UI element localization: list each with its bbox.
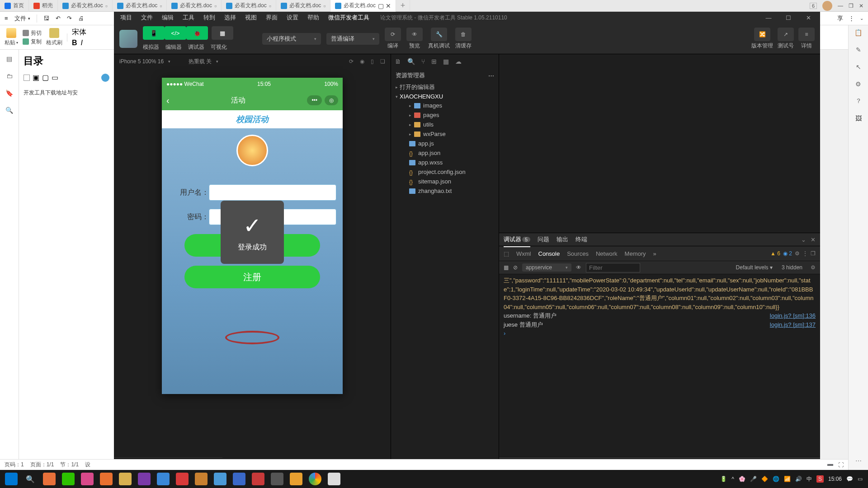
real-debug-button[interactable]: 🔧: [431, 28, 447, 41]
minus-icon[interactable]: ▭: [52, 73, 58, 82]
devtools-close-icon[interactable]: ✕: [798, 12, 818, 23]
split-icon[interactable]: ❏: [380, 58, 385, 65]
hot-reload-select[interactable]: 热重载 关: [189, 58, 212, 66]
collapse-icon[interactable]: ▢: [42, 73, 49, 82]
info-count[interactable]: ◉ 2: [783, 250, 792, 257]
folder-pages[interactable]: ▸pages: [391, 110, 499, 120]
open-editors-section[interactable]: ▸打开的编辑器: [391, 82, 499, 92]
cut-button[interactable]: 剪切: [23, 29, 42, 37]
menu-project[interactable]: 项目: [116, 14, 137, 22]
device-icon[interactable]: ▯: [371, 58, 374, 65]
console-prompt[interactable]: ›: [504, 329, 816, 338]
doc-view-icon[interactable]: ▤: [5, 54, 14, 63]
taskbar-app-2[interactable]: [78, 470, 97, 488]
edit-icon[interactable]: ✎: [854, 45, 863, 54]
details-button[interactable]: ≡: [798, 28, 815, 41]
phone-back-button[interactable]: ‹: [166, 95, 170, 106]
devtab-console[interactable]: Console: [538, 249, 560, 259]
bookmark-icon[interactable]: 🔖: [5, 89, 14, 98]
tab-home[interactable]: 首页: [0, 0, 29, 12]
more-icon[interactable]: ⋮: [849, 15, 854, 22]
maximize-icon[interactable]: ❐: [849, 3, 854, 9]
close-panel-icon[interactable]: ✕: [811, 236, 816, 243]
compile-button[interactable]: ⟳: [385, 28, 401, 41]
taskbar-app-6[interactable]: [173, 470, 192, 488]
tray-action-center-icon[interactable]: ▭: [858, 476, 863, 482]
register-button[interactable]: 注册: [184, 266, 320, 288]
redo-icon[interactable]: ↷: [67, 15, 72, 22]
menu-view[interactable]: 视图: [241, 14, 261, 22]
menu-goto[interactable]: 转到: [199, 14, 220, 22]
close-icon[interactable]: ✕: [859, 3, 863, 9]
filter-input[interactable]: [586, 263, 640, 272]
project-root[interactable]: ▾XIAOCHENGXU: [391, 92, 499, 101]
copy-button[interactable]: 复制: [23, 38, 42, 46]
share-label[interactable]: 享: [837, 14, 843, 23]
taskbar-app-4[interactable]: [135, 470, 154, 488]
taskbar-file-explorer-icon[interactable]: [116, 470, 135, 488]
eye-icon[interactable]: 👁: [576, 264, 581, 271]
mode-dropdown[interactable]: 小程序模式▾: [262, 33, 321, 45]
tab-terminal[interactable]: 终端: [576, 235, 587, 244]
tab-doc-6[interactable]: 必看文档.doc▢ ✕: [330, 0, 396, 12]
devtools-minimize-icon[interactable]: —: [759, 12, 778, 23]
preview-button[interactable]: 👁: [406, 28, 423, 41]
image-icon[interactable]: 🖼: [854, 114, 863, 123]
tray-volume-icon[interactable]: 🔊: [795, 476, 802, 482]
tab-add[interactable]: +: [396, 0, 410, 12]
editor-toggle[interactable]: </>: [165, 26, 186, 40]
font-select[interactable]: 宋体: [72, 28, 86, 37]
taskbar-app-11[interactable]: [287, 470, 306, 488]
tray-lang[interactable]: 中: [807, 475, 812, 483]
explorer-files-icon[interactable]: 🗎: [395, 58, 401, 65]
file-project-config[interactable]: {}project.config.json: [391, 167, 499, 177]
folder-images[interactable]: ▸images: [391, 101, 499, 110]
taskbar-app-1[interactable]: [40, 470, 59, 488]
taskbar-search-icon[interactable]: 🔍: [21, 470, 40, 488]
phone-close-capsule[interactable]: ◎: [325, 95, 338, 105]
taskbar-app-7[interactable]: [192, 470, 211, 488]
chevron-down-icon[interactable]: ⌄: [860, 16, 863, 21]
menu-settings[interactable]: 设置: [282, 14, 303, 22]
test-number-button[interactable]: ↗: [778, 28, 794, 41]
italic-button[interactable]: I: [81, 39, 83, 47]
debugger-toggle[interactable]: 🐞: [186, 26, 208, 40]
folder-icon[interactable]: 🗀: [5, 71, 14, 80]
tray-battery-icon[interactable]: 🔋: [720, 476, 727, 482]
user-avatar-icon[interactable]: [822, 1, 832, 11]
console-gear-icon[interactable]: ⚙: [811, 264, 816, 271]
expand-icon[interactable]: ▣: [33, 73, 39, 82]
explorer-git-icon[interactable]: ⑂: [421, 58, 425, 65]
tab-doc-5[interactable]: 必看文档.doc▫: [276, 0, 331, 12]
explorer-more-icon[interactable]: ⋯: [488, 72, 494, 79]
save-icon[interactable]: 🖫: [43, 15, 49, 22]
tray-icon-2[interactable]: 🎤: [750, 476, 757, 482]
more-tabs-icon[interactable]: »: [653, 250, 656, 257]
tray-notifications-icon[interactable]: 💬: [846, 476, 853, 482]
bold-button[interactable]: B: [72, 39, 77, 47]
devtools-maximize-icon[interactable]: ☐: [778, 12, 798, 23]
file-app-js[interactable]: app.js: [391, 139, 499, 148]
settings-sliders-icon[interactable]: ⚙: [854, 80, 863, 89]
taskbar-clock[interactable]: 15:06: [828, 476, 842, 482]
phone-menu-capsule[interactable]: •••: [307, 95, 322, 105]
menu-tools[interactable]: 工具: [178, 14, 199, 22]
file-zhanghao[interactable]: zhanghao.txt: [391, 186, 499, 196]
warning-count[interactable]: ▲ 6: [770, 250, 780, 257]
menu-file[interactable]: 文件: [137, 14, 157, 22]
taskbar-wechat-icon[interactable]: [59, 470, 78, 488]
dock-icon[interactable]: ❐: [811, 250, 816, 257]
folder-utils[interactable]: ▸utils: [391, 120, 499, 129]
tray-icon-4[interactable]: 🌐: [773, 476, 779, 482]
zoom-out-icon[interactable]: ➖: [827, 462, 834, 468]
taskbar-app-5[interactable]: [154, 470, 173, 488]
taskbar-wps-icon[interactable]: [249, 470, 268, 488]
explorer-cloud-icon[interactable]: ☁: [455, 58, 462, 65]
tray-icon-3[interactable]: 🔶: [761, 476, 768, 482]
username-input[interactable]: [209, 184, 336, 201]
devtab-wxml[interactable]: Wxml: [516, 249, 531, 259]
project-avatar-icon[interactable]: [119, 30, 137, 48]
file-app-json[interactable]: {}app.json: [391, 148, 499, 158]
explorer-plugin-icon[interactable]: ▦: [443, 58, 449, 65]
gear-icon[interactable]: ⚙: [795, 250, 800, 257]
